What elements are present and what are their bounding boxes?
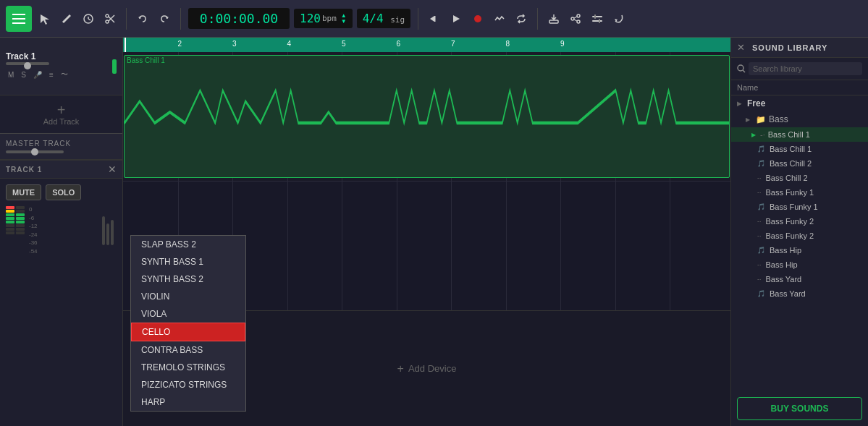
svg-line-32 [743,70,745,72]
svg-rect-17 [549,20,558,23]
buy-sounds-button[interactable]: BUY SOUNDS [737,397,862,420]
svg-line-6 [88,19,90,20]
library-item-bass-funky1-s1[interactable]: -· Bass Funky 1 [731,185,868,200]
settings-button[interactable] [589,10,606,27]
record-button[interactable] [469,10,486,27]
separator-4 [537,8,538,30]
share-button[interactable] [567,10,584,27]
undo2-button[interactable] [610,10,628,27]
instrument-close-btn[interactable]: ✕ [108,163,117,175]
dropdown-item-synth-bass-1[interactable]: SYNTH BASS 1 [131,253,245,270]
master-fader-knob[interactable] [31,148,38,156]
pencil-tool[interactable] [58,10,75,27]
add-track-area[interactable]: + Add Track [0,95,122,133]
svg-rect-2 [12,22,25,24]
track1-mic-btn[interactable]: 🎤 [31,69,44,80]
track1-m-btn[interactable]: M [6,69,16,80]
dash-icon-funky1-s1: -· [757,189,762,196]
meter-seg-g1 [6,213,14,216]
bpm-arrows[interactable]: ▲ ▼ [341,13,347,25]
library-item-bass-hip-s2[interactable]: -· Bass Hip [731,257,868,272]
dropdown-item-viola[interactable]: VIOLA [131,305,245,323]
cursor-tool[interactable] [36,10,54,27]
svg-rect-28 [102,216,105,245]
meter-labels: 0 -6 -12 -24 -36 -54 [29,206,38,255]
svg-rect-24 [592,20,602,22]
library-search-input[interactable] [749,62,862,75]
empty-grid-v-6 [397,182,397,310]
add-device-plus-icon: + [397,362,404,375]
master-fader-row [6,150,117,153]
library-item-bass-chill1-s1[interactable]: 🎵 Bass Chill 1 [731,142,868,156]
library-item-bass-chill2-s1[interactable]: 🎵 Bass Chill 2 [731,156,868,171]
dash-icon-hip-s2: -· [757,261,762,268]
toolbar: 0:00:00.00 120 bpm ▲ ▼ 4/4 sig [0,0,868,38]
library-item-bass-yard-s2[interactable]: 🎵 Bass Yard [731,286,868,301]
dropdown-item-violin[interactable]: VIOLIN [131,288,245,305]
track1-eq-btn[interactable]: ≡ [47,69,56,80]
library-header: ✕ SOUND LIBRARY [731,38,868,58]
automation-button[interactable] [491,10,508,27]
empty-grid-v-11 [670,182,670,310]
separator-3 [418,8,418,30]
empty-grid-v-4 [287,182,288,310]
library-item-bass-funky2-s2[interactable]: -· Bass Funky 2 [731,229,868,243]
svg-point-16 [474,15,481,22]
dropdown-item-slap-bass-2[interactable]: SLAP BASS 2 [131,236,245,253]
library-item-bass-chill1-folder[interactable]: ▶ -· Bass Chill 1 [731,127,868,142]
track1-s-btn[interactable]: S [19,69,28,80]
dropdown-item-tremolo-strings[interactable]: TREMOLO STRINGS [131,359,245,376]
wave-icon-funky1-s2: 🎵 [757,203,765,210]
bpm-label: bpm [322,14,337,23]
library-item-bass-yard-s1[interactable]: -· Bass Yard [731,272,868,286]
library-item-bass-label: Bass [769,114,788,124]
library-item-bass[interactable]: ▶ 📁 Bass [731,111,868,127]
empty-grid-v-5 [342,182,342,310]
library-item-bass-chill2-s2[interactable]: -· Bass Chill 2 [731,171,868,185]
bpm-down-arrow[interactable]: ▼ [341,19,347,25]
dash-icon-funky2-s2: -· [757,232,762,239]
undo-button[interactable] [134,10,151,27]
skip-back-button[interactable] [426,10,443,27]
library-item-bass-funky1-s2[interactable]: 🎵 Bass Funky 1 [731,200,868,214]
clock-tool[interactable] [80,10,97,27]
mute-button[interactable]: MUTE [6,184,41,200]
svg-point-7 [106,14,109,17]
svg-marker-3 [41,14,49,25]
meter-seg-g4 [16,213,25,216]
dropdown-item-pizzicato-strings[interactable]: PIZZICATO STRINGS [131,376,245,393]
library-item-free[interactable]: ▶ Free [731,95,868,111]
loop-button[interactable] [513,10,530,27]
solo-button[interactable]: SOLO [46,184,81,200]
export-button[interactable] [545,10,562,27]
play-button[interactable] [447,10,465,27]
expand-icon-free: ▶ [737,101,744,107]
meter-seg-e1 [6,224,14,227]
dropdown-item-synth-bass-2[interactable]: SYNTH BASS 2 [131,270,245,288]
wave-icon-yard-s2: 🎵 [757,290,765,297]
instrument-header: TRACK 1 ✕ [0,161,122,179]
library-title: SOUND LIBRARY [752,43,827,52]
master-track-label: Master Track [6,140,117,148]
scissors-tool[interactable] [101,10,119,27]
library-item-bass-chill1-folder-label: Bass Chill 1 [768,130,810,139]
library-list[interactable]: ▶ Free ▶ 📁 Bass ▶ -· Bass Chill 1 🎵 Bass… [731,95,868,391]
track1-lane[interactable]: Bass Chill 1 [123,52,730,182]
main-clip[interactable]: Bass Chill 1 [124,55,730,178]
library-item-bass-hip-s1[interactable]: 🎵 Bass Hip [731,243,868,257]
dropdown-item-harp[interactable]: HARP [131,393,245,411]
meter-seg-g3 [6,221,14,223]
meter-seg-r1 [6,206,14,209]
dropdown-item-cello[interactable]: CELLO [131,323,245,341]
track1-wave-btn[interactable]: 〜 [59,68,70,81]
dropdown-item-contra-bass[interactable]: CONTRA BASS [131,341,245,359]
add-device-button[interactable]: + Add Device [397,362,457,375]
library-close-btn[interactable]: ✕ [737,42,745,53]
menu-button[interactable] [6,6,32,32]
library-item-bass-funky2-s1[interactable]: -· Bass Funky 2 [731,214,868,229]
track1-color [112,59,117,74]
ruler-mark-8: 8 [506,40,510,48]
ruler-mark-2: 2 [178,40,182,48]
redo-button[interactable] [156,10,173,27]
instrument-icon [99,206,117,255]
